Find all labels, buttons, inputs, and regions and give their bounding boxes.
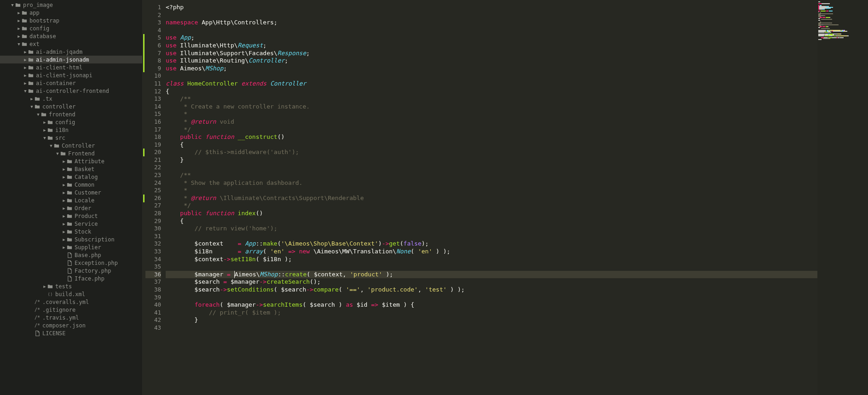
tree-item--gitignore[interactable]: .gitignore: [0, 306, 142, 314]
code-line[interactable]: class HomeController extends Controller: [166, 80, 817, 88]
tree-item-exception-php[interactable]: Exception.php: [0, 259, 142, 267]
tree-arrow-icon[interactable]: ▼: [49, 143, 53, 148]
code-line[interactable]: public function __construct(): [166, 133, 817, 141]
tree-item-supplier[interactable]: ▶Supplier: [0, 243, 142, 251]
tree-arrow-icon[interactable]: ▼: [36, 112, 41, 117]
tree-item-config[interactable]: ▶config: [0, 118, 142, 126]
code-line[interactable]: use Illuminate\Http\Request;: [166, 42, 817, 50]
tree-item-service[interactable]: ▶Service: [0, 220, 142, 228]
code-line[interactable]: $search->setConditions( $search->compare…: [166, 286, 817, 294]
code-line[interactable]: * Create a new controller instance.: [166, 103, 817, 111]
code-line[interactable]: foreach( $manager->searchItems( $search …: [166, 301, 817, 309]
code-line[interactable]: use Aimeos\MShop;: [166, 65, 817, 73]
tree-arrow-icon[interactable]: ▶: [23, 73, 28, 78]
tree-item-tests[interactable]: ▶tests: [0, 282, 142, 290]
code-line[interactable]: [166, 27, 817, 34]
code-content[interactable]: <?php namespace App\Http\Controllers; us…: [166, 0, 817, 395]
tree-arrow-icon[interactable]: ▶: [17, 26, 21, 31]
tree-item--coveralls-yml[interactable]: .coveralls.yml: [0, 298, 142, 306]
tree-arrow-icon[interactable]: ▶: [23, 50, 28, 54]
tree-item-composer-json[interactable]: composer.json: [0, 321, 142, 329]
code-line[interactable]: /**: [166, 95, 817, 103]
tree-item-catalog[interactable]: ▶Catalog: [0, 173, 142, 181]
code-line[interactable]: $context = App::make('\Aimeos\Shop\Base\…: [166, 240, 817, 248]
tree-item-database[interactable]: ▶database: [0, 32, 142, 40]
tree-arrow-icon[interactable]: ▶: [62, 167, 66, 172]
tree-item-iface-php[interactable]: Iface.php: [0, 275, 142, 282]
code-line[interactable]: */: [166, 202, 817, 210]
tree-arrow-icon[interactable]: ▶: [42, 284, 47, 289]
tree-arrow-icon[interactable]: ▶: [23, 57, 28, 62]
tree-item-ai-admin-jqadm[interactable]: ▶ai-admin-jqadm: [0, 48, 142, 56]
tree-item-ai-client-html[interactable]: ▶ai-client-html: [0, 63, 142, 71]
tree-item-customer[interactable]: ▶Customer: [0, 189, 142, 196]
tree-arrow-icon[interactable]: ▶: [62, 159, 66, 164]
tree-item-factory-php[interactable]: Factory.php: [0, 267, 142, 275]
tree-item-ai-client-jsonapi[interactable]: ▶ai-client-jsonapi: [0, 71, 142, 79]
tree-arrow-icon[interactable]: ▶: [62, 222, 66, 226]
tree-item-ai-container[interactable]: ▶ai-container: [0, 79, 142, 87]
tree-arrow-icon[interactable]: ▶: [62, 198, 66, 203]
code-line[interactable]: [166, 72, 817, 80]
code-line[interactable]: namespace App\Http\Controllers;: [166, 19, 817, 27]
tree-arrow-icon[interactable]: ▶: [17, 18, 21, 23]
tree-item-build-xml[interactable]: build.xml: [0, 290, 142, 298]
tree-arrow-icon[interactable]: ▶: [17, 11, 21, 15]
tree-item-base-php[interactable]: Base.php: [0, 251, 142, 259]
code-editor[interactable]: 1234567891011121314151617181920212223242…: [143, 0, 817, 395]
code-line[interactable]: [166, 294, 817, 302]
tree-item-product[interactable]: ▶Product: [0, 212, 142, 220]
code-line[interactable]: /**: [166, 172, 817, 179]
code-line[interactable]: * @return void: [166, 118, 817, 126]
code-line[interactable]: }: [166, 156, 817, 164]
tree-arrow-icon[interactable]: ▶: [62, 245, 66, 250]
tree-arrow-icon[interactable]: ▶: [62, 229, 66, 234]
code-line[interactable]: {: [166, 88, 817, 96]
code-line[interactable]: [166, 11, 817, 19]
tree-item-config[interactable]: ▶config: [0, 24, 142, 32]
minimap[interactable]: [817, 0, 868, 395]
tree-arrow-icon[interactable]: ▶: [62, 237, 66, 242]
file-explorer-sidebar[interactable]: ▼pro_image▶app▶bootstrap▶config▶database…: [0, 0, 143, 395]
tree-arrow-icon[interactable]: ▶: [23, 81, 28, 86]
code-line[interactable]: [166, 324, 817, 332]
tree-arrow-icon[interactable]: ▼: [55, 151, 60, 156]
code-line[interactable]: $search = $manager->createSearch();: [166, 278, 817, 286]
tree-arrow-icon[interactable]: ▶: [23, 65, 28, 70]
tree-item-order[interactable]: ▶Order: [0, 204, 142, 212]
tree-item-attribute[interactable]: ▶Attribute: [0, 157, 142, 165]
tree-item-basket[interactable]: ▶Basket: [0, 165, 142, 173]
tree-arrow-icon[interactable]: ▼: [17, 42, 21, 46]
tree-item-locale[interactable]: ▶Locale: [0, 196, 142, 204]
code-line[interactable]: }: [166, 316, 817, 324]
tree-item-controller[interactable]: ▼controller: [0, 103, 142, 110]
code-line[interactable]: *: [166, 187, 817, 195]
code-line[interactable]: {: [166, 218, 817, 225]
tree-arrow-icon[interactable]: ▶: [42, 120, 47, 125]
code-line[interactable]: * Show the application dashboard.: [166, 179, 817, 187]
tree-item-ai-controller-frontend[interactable]: ▼ai-controller-frontend: [0, 87, 142, 95]
tree-item-src[interactable]: ▼src: [0, 134, 142, 142]
code-line[interactable]: [166, 263, 817, 271]
tree-item-pro-image[interactable]: ▼pro_image: [0, 1, 142, 9]
tree-item-frontend[interactable]: ▼frontend: [0, 110, 142, 118]
code-line[interactable]: *: [166, 110, 817, 118]
tree-item-app[interactable]: ▶app: [0, 9, 142, 17]
code-line[interactable]: * @return \Illuminate\Contracts\Support\…: [166, 195, 817, 202]
code-line[interactable]: $manager = Aimeos\MShop::create( $contex…: [166, 271, 817, 279]
tree-arrow-icon[interactable]: ▼: [23, 89, 28, 93]
tree-item-ext[interactable]: ▼ext: [0, 40, 142, 48]
code-line[interactable]: use Illuminate\Routing\Controller;: [166, 57, 817, 65]
tree-item-frontend[interactable]: ▼Frontend: [0, 149, 142, 157]
tree-arrow-icon[interactable]: ▶: [17, 34, 21, 39]
tree-item-i18n[interactable]: ▶i18n: [0, 126, 142, 134]
tree-item-controller[interactable]: ▼Controller: [0, 142, 142, 149]
code-line[interactable]: {: [166, 141, 817, 149]
tree-item--travis-yml[interactable]: .travis.yml: [0, 314, 142, 321]
tree-arrow-icon[interactable]: ▼: [29, 104, 34, 109]
tree-arrow-icon[interactable]: ▶: [62, 190, 66, 195]
tree-item-license[interactable]: LICENSE: [0, 329, 142, 337]
code-line[interactable]: // print_r( $item );: [166, 309, 817, 317]
tree-item-common[interactable]: ▶Common: [0, 181, 142, 189]
tree-arrow-icon[interactable]: ▶: [62, 214, 66, 218]
